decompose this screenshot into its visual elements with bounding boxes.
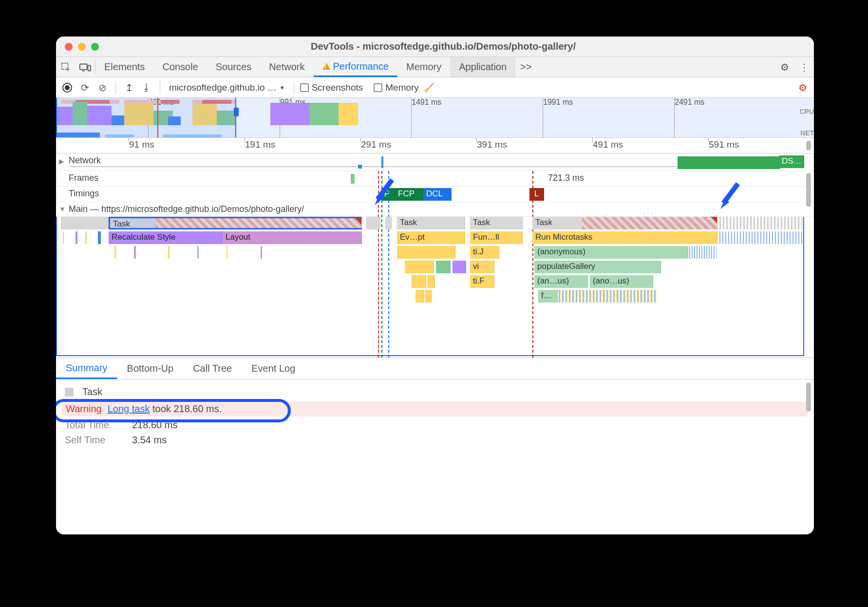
traffic-lights	[56, 43, 99, 51]
summary-task-label: Task	[82, 386, 102, 398]
recalc-style[interactable]: Recalculate Style	[109, 231, 223, 244]
anon-us-2[interactable]: (ano…us)	[590, 275, 653, 288]
upload-icon[interactable]: ↥	[122, 80, 136, 95]
track-timings[interactable]: Timings P FCP DCL L	[56, 187, 814, 202]
tij[interactable]: ti.J	[470, 246, 499, 259]
flamechart-scrollbar[interactable]	[806, 173, 811, 207]
task-bar-2[interactable]: Task	[397, 217, 465, 229]
clear-button[interactable]: ⊘	[95, 80, 110, 95]
titlebar: DevTools - microsoftedge.github.io/Demos…	[56, 37, 814, 57]
warning-icon	[322, 63, 330, 70]
memory-checkbox[interactable]	[374, 83, 382, 92]
task-bar[interactable]	[61, 217, 109, 229]
timing-fcp[interactable]: FCP	[395, 188, 423, 201]
settings-icon[interactable]: ⚙	[775, 57, 794, 77]
tab-elements[interactable]: Elements	[95, 57, 153, 77]
anon-us-1[interactable]: (an…us)	[534, 275, 588, 288]
populate-gallery[interactable]: populateGallery	[534, 261, 661, 273]
devtools-window: DevTools - microsoftedge.github.io/Demos…	[56, 37, 814, 534]
warning-label: Warning	[66, 403, 102, 415]
ev-script[interactable]: Ev…pt	[397, 231, 465, 244]
window-title: DevTools - microsoftedge.github.io/Demos…	[99, 41, 814, 52]
task-swatch	[65, 388, 74, 397]
download-icon[interactable]: ⭳	[139, 80, 154, 95]
tab-summary[interactable]: Summary	[56, 358, 117, 379]
tab-sources[interactable]: Sources	[207, 57, 260, 77]
tab-memory[interactable]: Memory	[397, 57, 450, 77]
overview-timeline[interactable]: 491 ms 991 ms 1491 ms 1991 ms 2491 ms	[56, 98, 814, 138]
perf-toolbar: ⟳ ⊘ ↥ ⭳ microsoftedge.github.io …▼ Scree…	[56, 77, 814, 98]
summary-body: Task Warning Long task took 218.60 ms. T…	[56, 379, 814, 456]
collapse-icon[interactable]: ▼	[59, 205, 66, 213]
layout[interactable]: Layout	[223, 231, 362, 244]
tab-performance-label: Performance	[333, 61, 389, 72]
capture-settings-icon[interactable]: ⚙	[795, 80, 810, 95]
tab-event-log[interactable]: Event Log	[242, 358, 305, 379]
summary-scrollbar[interactable]	[806, 382, 811, 412]
overview-selection[interactable]	[56, 98, 236, 137]
svg-rect-1	[80, 64, 87, 69]
page-selector[interactable]: microsoftedge.github.io …▼	[166, 82, 288, 93]
f[interactable]: f…	[538, 290, 558, 303]
task-hatch-2	[582, 217, 717, 229]
task-hatch	[155, 218, 362, 228]
total-time-value: 218.60 ms	[132, 419, 177, 431]
panel-tabs: Elements Console Sources Network Perform…	[56, 57, 814, 77]
kebab-icon[interactable]: ⋮	[794, 57, 814, 77]
flamechart[interactable]: ▶ Network DS… Frames 721.3 ms Timings P …	[56, 153, 814, 358]
overview-handle-right[interactable]	[234, 108, 239, 116]
inspect-icon[interactable]	[56, 57, 75, 77]
gc-icon[interactable]: 🧹	[422, 80, 436, 95]
zoom-button[interactable]	[91, 43, 99, 51]
fun-call[interactable]: Fun…ll	[470, 231, 523, 244]
tab-application[interactable]: Application	[450, 57, 515, 77]
tif[interactable]: ti.F	[470, 275, 494, 288]
overview-cpu-label: CPU	[794, 108, 814, 115]
vi[interactable]: vi	[470, 261, 494, 273]
svg-rect-2	[88, 65, 91, 71]
overview-net-label: NET	[794, 129, 814, 137]
tab-bottom-up[interactable]: Bottom-Up	[117, 358, 184, 379]
anonymous[interactable]: (anonymous)	[534, 246, 688, 259]
self-time-label: Self Time	[65, 435, 123, 446]
memory-label: Memory	[385, 82, 419, 93]
page-selector-label: microsoftedge.github.io …	[169, 82, 277, 93]
ruler-scrollbar[interactable]	[806, 141, 811, 151]
annotation-arrow-2	[718, 182, 740, 211]
run-microtasks[interactable]: Run Microtasks	[532, 231, 717, 244]
screenshots-label: Screenshots	[312, 82, 363, 93]
tab-console[interactable]: Console	[153, 57, 207, 77]
tabs-overflow[interactable]: >>	[515, 57, 536, 77]
task-bar-3[interactable]: Task	[470, 217, 523, 229]
ruler[interactable]: 91 ms 191 ms 291 ms 391 ms 491 ms 591 ms	[56, 138, 814, 153]
details-tabs: Summary Bottom-Up Call Tree Event Log	[56, 358, 814, 379]
self-time-value: 3.54 ms	[132, 435, 167, 446]
warning-text: took 218.60 ms.	[150, 403, 222, 414]
reload-record-button[interactable]: ⟳	[77, 80, 92, 95]
device-icon[interactable]	[75, 57, 95, 77]
marker-time: 721.3 ms	[548, 173, 584, 183]
minimize-button[interactable]	[78, 43, 86, 51]
tab-call-tree[interactable]: Call Tree	[183, 358, 242, 379]
record-button[interactable]	[60, 80, 75, 95]
track-main-header[interactable]: ▼ Main — https://microsoftedge.github.io…	[56, 202, 814, 217]
close-button[interactable]	[65, 43, 73, 51]
timing-dcl[interactable]: DCL	[423, 188, 452, 201]
screenshots-checkbox[interactable]	[300, 83, 309, 92]
track-network[interactable]: ▶ Network DS…	[56, 153, 814, 171]
tab-performance[interactable]: Performance	[314, 57, 398, 77]
network-bar-ds[interactable]: DS…	[779, 155, 804, 168]
expand-icon[interactable]: ▶	[59, 157, 64, 165]
warning-row: Warning Long task took 218.60 ms.	[62, 401, 808, 417]
long-task-link[interactable]: Long task	[108, 403, 150, 414]
annotation-arrow-1	[373, 178, 394, 207]
track-frames[interactable]: Frames 721.3 ms	[56, 171, 814, 187]
timing-l[interactable]: L	[529, 188, 544, 201]
tab-network[interactable]: Network	[260, 57, 313, 77]
total-time-label: Total Time	[65, 419, 123, 431]
